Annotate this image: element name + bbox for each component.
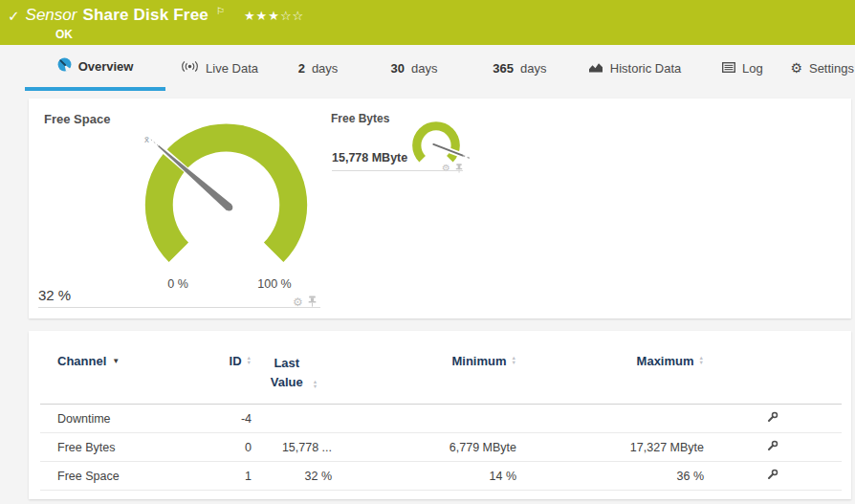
column-header-maximum[interactable]: Maximum ▲▼ [516,354,704,368]
sensor-name: Share Disk Free [82,6,208,25]
tab-bar: Overview Live Data 2 days 30 days 365 [0,45,855,91]
channel-settings-wrench-icon[interactable] [766,469,778,484]
tab-365-days-label: days [520,61,546,76]
column-header-id[interactable]: ID ▲▼ [225,354,252,368]
gauge-icon [57,57,72,75]
sort-descending-icon: ▼ [112,357,120,365]
cell-channel: Free Space [57,470,225,483]
free-bytes-divider [332,170,463,171]
tab-settings[interactable]: ⚙ Settings [789,45,855,91]
status-check-icon: ✓ [8,9,20,23]
column-header-last-value-label: Last Value [266,354,308,392]
log-icon [722,61,735,76]
tab-365-days-number: 365 [493,61,514,76]
tab-live-data[interactable]: Live Data [165,45,274,91]
tab-30-days[interactable]: 30 days [362,45,466,91]
tab-live-data-label: Live Data [206,61,258,76]
channels-panel: Channel ▼ ID ▲▼ Last Value ▲▼ Minimum ▲▼… [29,331,851,499]
table-row-free-bytes[interactable]: Free Bytes 0 15,778 ... 6,779 MByte 17,3… [40,433,842,462]
gauge-scale-max: 100 % [246,277,303,291]
sensor-header: ✓ Sensor Share Disk Free ⚐ ★★★☆☆ OK [0,0,855,45]
column-header-channel[interactable]: Channel ▼ [57,354,225,368]
gear-icon: ⚙ [790,61,802,75]
table-row-downtime[interactable]: Downtime -4 [40,405,842,433]
free-space-divider [38,307,320,308]
tab-2-days-label: days [312,61,338,76]
cell-channel: Downtime [57,412,225,426]
cell-last-value: 32 % [252,470,332,483]
tab-overview-label: Overview [78,59,134,74]
column-header-minimum[interactable]: Minimum ▲▼ [332,354,516,368]
tab-2-days[interactable]: 2 days [274,45,362,91]
tab-30-days-number: 30 [391,61,405,76]
cell-minimum: 14 % [332,470,516,483]
gauge-scale-min: 0 % [149,277,207,291]
channels-table-header: Channel ▼ ID ▲▼ Last Value ▲▼ Minimum ▲▼… [40,331,842,405]
prtg-sensor-page: ✓ Sensor Share Disk Free ⚐ ★★★☆☆ OK Over… [0,0,855,504]
column-header-minimum-label: Minimum [451,354,506,368]
free-space-gauge: x̄ [127,108,325,291]
free-bytes-gauge [398,110,474,178]
tab-log-label: Log [742,61,763,76]
pin-icon[interactable] [455,160,463,177]
free-bytes-value: 15,778 MByte [332,151,407,164]
gauges-panel: Free Space x̄ 0 % 100 % 32 % ⚙ [29,99,851,318]
pin-icon[interactable] [308,294,317,311]
column-header-channel-label: Channel [57,354,106,368]
cell-channel: Free Bytes [57,441,225,454]
cell-id: 0 [225,441,252,454]
area-chart-icon [588,61,603,76]
free-space-gauge-title: Free Space [44,112,110,126]
cell-minimum: 6,779 MByte [332,441,516,454]
status-badge: OK [55,28,845,41]
tab-log[interactable]: Log [695,45,789,91]
tab-365-days[interactable]: 365 days [466,45,574,91]
broadcast-icon [181,60,199,76]
priority-flag-icon[interactable]: ⚐ [216,6,225,16]
tab-30-days-label: days [411,61,437,76]
cell-maximum: 36 % [516,470,704,483]
channel-settings-wrench-icon[interactable] [766,411,778,427]
free-bytes-gauge-arc [412,121,460,162]
tab-overview[interactable]: Overview [25,45,165,91]
stars-empty[interactable]: ☆☆ [280,9,304,23]
free-space-value: 32 % [38,287,71,303]
cell-last-value: 15,778 ... [252,441,332,454]
priority-stars[interactable]: ★★★☆☆ [244,9,304,23]
table-row-free-space[interactable]: Free Space 1 32 % 14 % 36 % [40,462,842,491]
cell-id: -4 [225,412,252,426]
gauge-average-marker: x̄ [144,134,149,144]
channel-settings-wrench-icon[interactable] [766,440,778,455]
column-header-last-value[interactable]: Last Value ▲▼ [252,354,332,392]
gauge-settings-gear-icon[interactable]: ⚙ [442,164,450,173]
column-header-id-label: ID [230,354,242,368]
tab-settings-label: Settings [809,61,854,76]
cell-maximum: 17,327 MByte [516,441,704,454]
column-header-maximum-label: Maximum [637,354,694,368]
free-bytes-gauge-title: Free Bytes [331,112,389,125]
sort-icon: ▲▼ [313,380,318,389]
tab-2-days-number: 2 [298,61,305,76]
cell-id: 1 [225,470,252,483]
object-kind-label: Sensor [26,6,77,25]
sort-icon: ▲▼ [699,356,704,365]
tab-historic-data[interactable]: Historic Data [574,45,696,91]
tab-historic-data-label: Historic Data [610,61,681,76]
stars-filled[interactable]: ★★★ [244,9,280,23]
free-space-gauge-arc [145,123,307,262]
